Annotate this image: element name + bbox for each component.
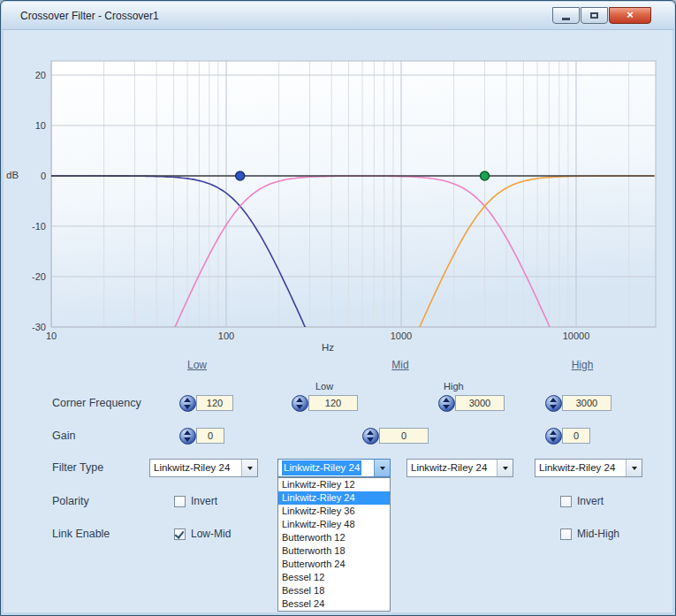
mid-corner-low-sublabel: Low xyxy=(315,381,333,392)
spin-down-icon[interactable] xyxy=(184,437,191,442)
dropdown-item[interactable]: Butterworth 24 xyxy=(278,558,390,571)
low-mid-link-label: Low-Mid xyxy=(191,528,231,540)
dropdown-item[interactable]: Butterworth 18 xyxy=(278,544,390,558)
y-tick-label: 0 xyxy=(41,171,46,181)
chevron-down-icon xyxy=(632,467,637,470)
chevron-down-icon xyxy=(247,467,253,470)
band-link-high[interactable]: High xyxy=(560,359,604,371)
spin-down-icon[interactable] xyxy=(367,437,374,442)
dropdown-item[interactable]: Bessel 24 xyxy=(278,597,390,611)
mid-high-link-checkbox[interactable] xyxy=(560,529,572,540)
minimize-icon xyxy=(562,18,570,20)
low-gain-spinner[interactable] xyxy=(179,428,196,445)
window-title: Crossover Filter - Crossover1 xyxy=(20,10,159,22)
spin-up-icon[interactable] xyxy=(367,430,374,435)
high-invert-checkbox[interactable] xyxy=(560,496,572,507)
maximize-icon xyxy=(590,12,598,19)
dropdown-item[interactable]: Bessel 12 xyxy=(278,571,390,584)
spin-down-icon[interactable] xyxy=(443,405,450,409)
high-corner-frequency-input[interactable] xyxy=(562,395,611,411)
link-enable-label: Link Enable xyxy=(52,528,110,540)
x-axis-label: Hz xyxy=(308,342,347,353)
mid-high-filter-type-value: Linkwitz-Riley 24 xyxy=(407,460,497,476)
spin-down-icon[interactable] xyxy=(550,437,557,442)
mid-high-crossover-handle[interactable] xyxy=(481,171,490,180)
low-filter-type-value: Linkwitz-Riley 24 xyxy=(150,460,241,476)
dropdown-item[interactable]: Butterworth 12 xyxy=(278,531,390,544)
mid-high-filter-type-select[interactable]: Linkwitz-Riley 24 xyxy=(406,459,513,477)
dropdown-item[interactable]: Linkwitz-Riley 12 xyxy=(278,478,390,491)
low-mid-crossover-handle[interactable] xyxy=(236,171,245,180)
y-tick-label: -30 xyxy=(32,322,46,332)
spin-down-icon[interactable] xyxy=(296,405,303,409)
low-corner-frequency-input[interactable] xyxy=(196,395,233,411)
combo-dropdown-button[interactable] xyxy=(626,460,642,476)
mid-high-link-label: Mid-High xyxy=(577,528,619,540)
y-tick-label: -20 xyxy=(32,271,46,282)
high-invert-label: Invert xyxy=(577,495,604,507)
chevron-down-icon xyxy=(503,467,508,470)
low-invert-label: Invert xyxy=(191,495,217,507)
spin-up-icon[interactable] xyxy=(550,398,557,402)
mid-gain-spinner[interactable] xyxy=(362,428,379,445)
polarity-label: Polarity xyxy=(52,495,89,507)
spin-down-icon[interactable] xyxy=(550,405,557,409)
x-tick-label: 1000 xyxy=(391,331,412,341)
close-button[interactable]: × xyxy=(609,7,651,24)
high-filter-type-value: Linkwitz-Riley 24 xyxy=(535,460,626,476)
spin-up-icon[interactable] xyxy=(443,398,450,402)
spin-down-icon[interactable] xyxy=(184,405,191,409)
band-link-mid[interactable]: Mid xyxy=(378,359,422,371)
low-gain-input[interactable] xyxy=(196,428,224,444)
mid-low-filter-type-select[interactable]: Linkwitz-Riley 24 xyxy=(277,459,391,477)
dropdown-item[interactable]: Linkwitz-Riley 36 xyxy=(278,505,390,518)
low-invert-checkbox[interactable] xyxy=(174,496,186,507)
mid-corner-high-input[interactable] xyxy=(455,395,505,411)
filter-type-label: Filter Type xyxy=(52,461,103,474)
mid-corner-low-input[interactable] xyxy=(308,395,358,411)
spin-up-icon[interactable] xyxy=(296,398,303,402)
high-gain-input[interactable] xyxy=(562,428,590,444)
low-filter-type-select[interactable]: Linkwitz-Riley 24 xyxy=(149,459,258,477)
gain-label: Gain xyxy=(52,430,75,442)
y-axis-label: dB xyxy=(6,170,19,180)
band-link-low[interactable]: Low xyxy=(175,359,219,371)
close-icon: × xyxy=(627,8,634,21)
combo-dropdown-button[interactable] xyxy=(241,460,257,476)
combo-dropdown-button[interactable] xyxy=(374,460,390,476)
spin-up-icon[interactable] xyxy=(184,430,191,435)
maximize-button[interactable] xyxy=(581,7,608,24)
mid-corner-high-spinner[interactable] xyxy=(438,395,455,412)
y-tick-label: -10 xyxy=(32,221,46,232)
low-corner-frequency-spinner[interactable] xyxy=(179,395,196,412)
dropdown-item[interactable]: Bessel 18 xyxy=(278,584,390,597)
frequency-response-chart[interactable]: 20100-10-20-3010100100010000 xyxy=(8,36,671,365)
combo-dropdown-button[interactable] xyxy=(497,460,513,476)
x-tick-label: 10000 xyxy=(563,331,590,341)
spin-up-icon[interactable] xyxy=(550,430,557,435)
chevron-down-icon xyxy=(380,467,385,470)
spin-up-icon[interactable] xyxy=(184,398,191,402)
mid-low-filter-type-value: Linkwitz-Riley 24 xyxy=(278,460,374,476)
minimize-button[interactable] xyxy=(552,7,580,24)
mid-corner-low-spinner[interactable] xyxy=(292,395,308,412)
dropdown-item[interactable]: Linkwitz-Riley 24 xyxy=(278,491,390,505)
high-corner-frequency-spinner[interactable] xyxy=(545,395,562,412)
mid-corner-high-sublabel: High xyxy=(444,381,464,392)
low-mid-link-checkbox[interactable] xyxy=(174,529,186,540)
filter-type-dropdown-list: Linkwitz-Riley 12Linkwitz-Riley 24Linkwi… xyxy=(277,477,391,612)
y-tick-label: 10 xyxy=(35,120,46,131)
corner-frequency-label: Corner Frequency xyxy=(52,397,141,409)
crossover-filter-window: Crossover Filter - Crossover1 × 20100-10… xyxy=(0,0,676,616)
mid-gain-input[interactable] xyxy=(379,428,429,444)
x-tick-label: 10 xyxy=(46,331,57,341)
x-tick-label: 100 xyxy=(218,331,234,341)
high-gain-spinner[interactable] xyxy=(545,428,562,445)
y-tick-label: 20 xyxy=(35,70,46,80)
dropdown-item[interactable]: Linkwitz-Riley 48 xyxy=(278,518,390,531)
high-filter-type-select[interactable]: Linkwitz-Riley 24 xyxy=(535,459,642,477)
check-icon xyxy=(175,529,185,539)
